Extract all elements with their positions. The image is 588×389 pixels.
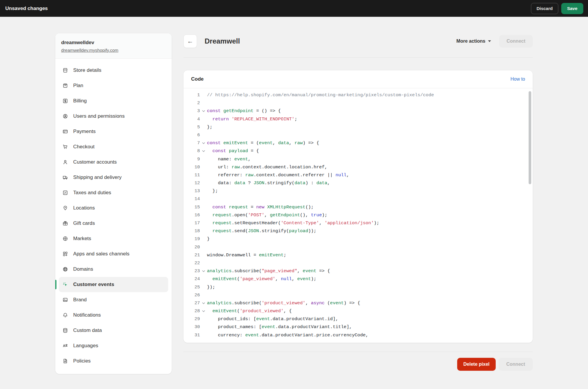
code-scrollbar[interactable] — [529, 91, 531, 339]
domains-icon — [62, 266, 68, 272]
code-editor[interactable]: 1// https://help.shopify.com/en/manual/p… — [183, 88, 533, 343]
code-line-21: 21window.Dreamwell = emitEvent; — [183, 251, 533, 259]
code-line-25: 25}); — [183, 283, 533, 291]
sidebar-item-gift-cards[interactable]: Gift cards — [59, 216, 168, 231]
code-line-17: 17 request.setRequestHeader('Content-Typ… — [183, 219, 533, 227]
sidebar-item-label: Billing — [73, 98, 87, 104]
code-text: emitEvent('page_viewed', null, event); — [207, 275, 316, 283]
store-icon — [62, 67, 68, 73]
line-number: 13 — [183, 187, 200, 195]
code-line-15: 15 const request = new XMLHttpRequest(); — [183, 203, 533, 211]
line-number: 18 — [183, 227, 200, 235]
save-button[interactable]: Save — [561, 3, 583, 14]
how-to-link[interactable]: How to — [510, 77, 525, 82]
sidebar-item-markets[interactable]: Markets — [59, 231, 168, 246]
back-button[interactable]: ← — [183, 34, 197, 48]
sidebar-item-label: Customer events — [73, 282, 114, 287]
sidebar-item-policies[interactable]: Policies — [59, 353, 168, 369]
settings-page: dreamwelldev dreamwelldev.myshopify.com … — [55, 17, 533, 374]
more-actions-button[interactable]: More actions — [456, 39, 491, 44]
code-line-18: 18 request.send(JSON.stringify(payload))… — [183, 227, 533, 235]
code-line-8: 8 const payload = { — [183, 147, 533, 155]
connect-button-header[interactable]: Connect — [499, 35, 533, 48]
billing-icon — [62, 98, 68, 104]
code-lines: 1// https://help.shopify.com/en/manual/p… — [183, 91, 533, 339]
users-icon — [62, 113, 68, 119]
connect-button-footer[interactable]: Connect — [499, 358, 533, 371]
code-line-5: 5}; — [183, 123, 533, 131]
sidebar-item-plan[interactable]: Plan — [59, 78, 168, 93]
fold-toggle-icon[interactable] — [200, 109, 207, 113]
sidebar-item-custom-data[interactable]: Custom data — [59, 323, 168, 338]
sidebar-item-label: Locations — [73, 205, 95, 211]
sidebar-item-billing[interactable]: Billing — [59, 93, 168, 109]
line-number: 29 — [183, 315, 200, 323]
sidebar-item-label: Markets — [73, 236, 91, 242]
code-text: } — [207, 235, 210, 243]
gift-cards-icon — [62, 220, 68, 226]
sidebar-item-domains[interactable]: Domains — [59, 262, 168, 277]
fold-toggle-icon[interactable] — [200, 302, 207, 305]
sidebar-item-apps-and-sales-channels[interactable]: Apps and sales channels — [59, 246, 168, 262]
store-domain-link[interactable]: dreamwelldev.myshopify.com — [61, 48, 118, 53]
line-number: 10 — [183, 163, 200, 171]
code-text: }; — [207, 187, 218, 195]
code-card-header: Code How to — [183, 70, 533, 88]
line-number: 9 — [183, 155, 200, 163]
sidebar-item-notifications[interactable]: Notifications — [59, 307, 168, 323]
line-number: 22 — [183, 259, 200, 267]
code-text: // https://help.shopify.com/en/manual/pr… — [207, 91, 434, 99]
sidebar-item-store-details[interactable]: Store details — [59, 63, 168, 78]
scrollbar-thumb[interactable] — [529, 91, 531, 184]
code-text: product_ids: [event.data.productVariant.… — [207, 315, 338, 323]
sidebar-item-label: Users and permissions — [73, 113, 125, 119]
sidebar-item-checkout[interactable]: Checkout — [59, 139, 168, 154]
code-text: currency: event.data.productVariant.pric… — [207, 331, 368, 339]
sidebar-item-label: Customer accounts — [73, 159, 117, 165]
fold-toggle-icon[interactable] — [200, 270, 207, 273]
sidebar-item-locations[interactable]: Locations — [59, 200, 168, 216]
line-number: 7 — [183, 139, 200, 147]
line-number: 11 — [183, 171, 200, 179]
code-card: Code How to 1// https://help.shopify.com… — [183, 70, 533, 343]
code-text: }; — [207, 123, 213, 131]
taxes-icon — [62, 190, 68, 196]
code-line-1: 1// https://help.shopify.com/en/manual/p… — [183, 91, 533, 99]
fold-toggle-icon[interactable] — [200, 142, 207, 145]
sidebar-item-taxes-and-duties[interactable]: Taxes and duties — [59, 185, 168, 200]
fold-toggle-icon[interactable] — [200, 149, 207, 153]
sidebar-item-label: Plan — [73, 83, 83, 89]
customer-accounts-icon — [62, 159, 68, 165]
sidebar-item-shipping-and-delivery[interactable]: Shipping and delivery — [59, 170, 168, 185]
payments-icon — [62, 129, 68, 134]
sidebar-item-label: Notifications — [73, 312, 101, 318]
delete-pixel-button[interactable]: Delete pixel — [457, 358, 496, 371]
line-number: 1 — [183, 91, 200, 99]
settings-sidebar: dreamwelldev dreamwelldev.myshopify.com … — [55, 33, 172, 374]
markets-icon — [62, 236, 68, 242]
sidebar-item-customer-accounts[interactable]: Customer accounts — [59, 154, 168, 170]
fold-toggle-icon[interactable] — [200, 310, 207, 313]
sidebar-item-languages[interactable]: Languages — [59, 338, 168, 353]
code-line-19: 19} — [183, 235, 533, 243]
code-text: window.Dreamwell = emitEvent; — [207, 251, 286, 259]
line-number: 21 — [183, 251, 200, 259]
code-line-3: 3const getEndpoint = () => { — [183, 107, 533, 115]
sidebar-item-label: Store details — [73, 67, 101, 73]
sidebar-item-customer-events[interactable]: Customer events — [59, 277, 168, 292]
line-number: 16 — [183, 211, 200, 219]
sidebar-item-brand[interactable]: Brand — [59, 292, 168, 307]
code-line-31: 31 currency: event.data.productVariant.p… — [183, 331, 533, 339]
chevron-down-icon — [488, 40, 491, 42]
back-arrow-icon: ← — [187, 38, 193, 45]
sidebar-item-users-and-permissions[interactable]: Users and permissions — [59, 109, 168, 124]
discard-button[interactable]: Discard — [531, 3, 558, 14]
code-text: request.setRequestHeader('Content-Type',… — [207, 219, 379, 227]
topbar-actions: Discard Save — [531, 3, 583, 14]
sidebar-item-label: Checkout — [73, 144, 95, 150]
topbar: Unsaved changes Discard Save — [0, 0, 588, 17]
code-text: product_names: [event.data.productVarian… — [207, 323, 352, 331]
page-footer: Delete pixel Connect — [183, 352, 533, 371]
sidebar-item-payments[interactable]: Payments — [59, 124, 168, 139]
line-number: 3 — [183, 107, 200, 115]
